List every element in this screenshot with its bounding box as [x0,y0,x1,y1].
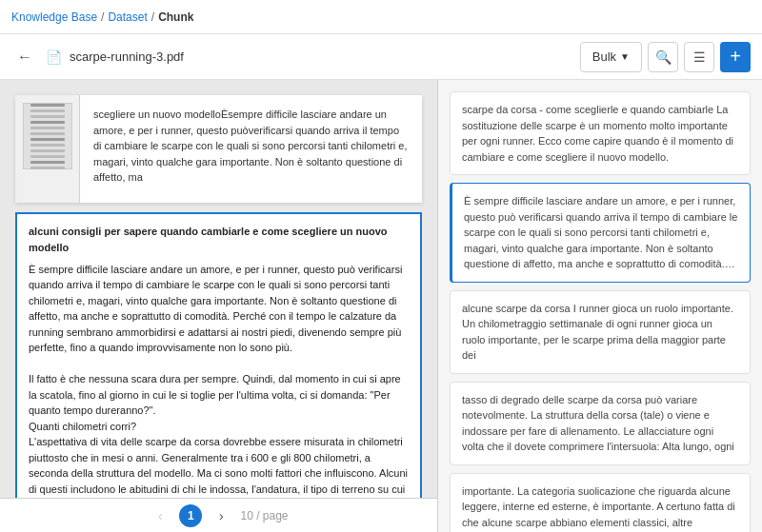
thumb-line [30,115,65,118]
chunk-cards-container: scarpe da corsa - come sceglierle e quan… [450,91,751,532]
back-button[interactable]: ← [11,44,38,70]
current-page: 1 [179,504,202,527]
breadcrumb-sep1: / [101,10,104,24]
thumb-line [30,127,65,129]
main-content: scegliere un nuovo modelloÈsempre diffic… [0,80,762,532]
chunk-highlight-body: È sempre difficile lasciare andare un am… [29,262,409,498]
menu-icon: ☰ [693,49,706,65]
chunk-card-text: È sempre difficile lasciare andare un am… [464,193,738,272]
breadcrumb-knowledge-base[interactable]: Knowledge Base [11,10,97,24]
page-total: 10 / page [240,509,288,522]
breadcrumb-dataset[interactable]: Dataset [108,10,147,24]
total-pages: 10 [240,509,252,522]
thumb-line [30,104,65,107]
breadcrumb-chunk: Chunk [158,10,193,24]
toolbar: ← 📄 scarpe-running-3.pdf Bulk ▼ 🔍 ☰ + [0,34,762,80]
menu-button[interactable]: ☰ [684,42,714,72]
pdf-text-intro: scegliere un nuovo modelloÈsempre diffic… [80,95,422,203]
thumb-line [30,138,65,141]
chunk-card-2[interactable]: È sempre difficile lasciare andare un am… [450,183,751,283]
chunk-card-5[interactable]: importante. La categoria suolicazione ch… [450,473,751,533]
chevron-right-icon: › [219,508,224,523]
toolbar-left: ← 📄 scarpe-running-3.pdf [11,44,572,70]
pdf-thumb-lines [27,98,69,175]
pdf-scroll-area[interactable]: scegliere un nuovo modelloÈsempre diffic… [0,80,437,498]
chunk-card-text: importante. La categoria suolicazione ch… [462,483,738,533]
thumb-line [30,161,65,164]
thumb-line [30,121,65,124]
next-page-button[interactable]: › [210,504,232,527]
bulk-button[interactable]: Bulk ▼ [580,42,642,72]
bulk-label: Bulk [592,49,616,64]
search-icon: 🔍 [655,49,672,65]
chunk-card-text: alcune scarpe da corsa I runner gioca un… [462,301,738,364]
prev-page-button[interactable]: ‹ [149,504,171,527]
thumb-line [30,155,65,158]
add-button[interactable]: + [720,42,751,72]
thumb-line [30,109,65,112]
thumb-line [30,144,65,147]
breadcrumb-bar: Knowledge Base / Dataset / Chunk [0,0,762,34]
chunk-card-3[interactable]: alcune scarpe da corsa I runner gioca un… [450,290,751,374]
file-icon: 📄 [46,49,62,65]
search-button[interactable]: 🔍 [648,42,678,72]
chunk-card-4[interactable]: tasso di degrado delle scarpe da corsa p… [450,382,751,465]
breadcrumb-sep2: / [151,10,154,24]
pdf-intro-text: scegliere un nuovo modelloÈsempre diffic… [93,107,409,186]
chevron-down-icon: ▼ [620,51,630,62]
right-panel[interactable]: scarpe da corsa - come sceglierle e quan… [438,80,762,532]
pdf-thumb-row-1: scegliere un nuovo modelloÈsempre diffic… [15,95,422,203]
chunk-card-1[interactable]: scarpe da corsa - come sceglierle e quan… [450,91,751,175]
thumb-line [30,167,65,169]
toolbar-right: Bulk ▼ 🔍 ☰ + [580,42,751,72]
pdf-page-block-1: scegliere un nuovo modelloÈsempre diffic… [15,95,422,203]
pdf-pagination: ‹ 1 › 10 / page [0,498,437,532]
chunk-card-text: scarpe da corsa - come sceglierle e quan… [462,102,738,165]
pdf-chunk-highlight: alcuni consigli per sapere quando cambia… [15,212,422,499]
thumb-line [30,149,65,152]
pdf-thumb-image [23,103,72,169]
page-label: / page [256,509,288,522]
pdf-panel: scegliere un nuovo modelloÈsempre diffic… [0,80,438,532]
thumb-line [30,132,65,135]
chevron-left-icon: ‹ [158,508,163,523]
pdf-thumbnail-1 [15,95,80,203]
chunk-card-text: tasso di degrado delle scarpe da corsa p… [462,392,738,455]
chunk-highlight-title: alcuni consigli per sapere quando cambia… [29,224,409,256]
file-name: scarpe-running-3.pdf [70,49,184,64]
